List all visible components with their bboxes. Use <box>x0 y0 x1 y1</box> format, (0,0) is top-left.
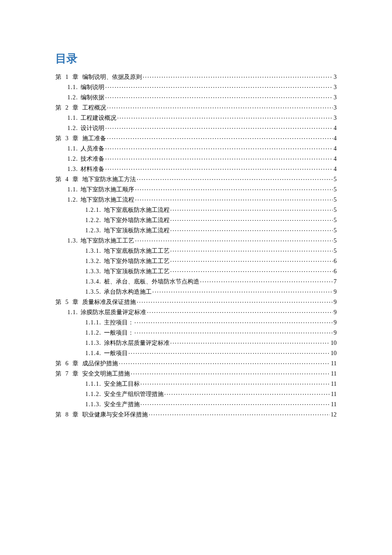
toc-entry-label: 第 7 章 <box>55 371 82 377</box>
toc-entry-title: 编制说明、依据及原则 <box>82 74 143 80</box>
toc-leader-dots <box>170 267 333 273</box>
toc-leader-dots <box>149 410 330 416</box>
toc-entry-page: 4 <box>333 156 337 162</box>
toc-entry-title: 安全生产组织管理措施 <box>104 391 164 397</box>
toc-entry: 1.1.2.一般项目：9 <box>55 329 337 339</box>
toc-entry-title: 地下室底板防水施工工艺 <box>104 248 170 254</box>
toc-entry-title: 安全生产措施 <box>104 402 141 408</box>
toc-entry-title: 承台防水构造施工 <box>104 289 153 295</box>
toc-entry: 1.1.人员准备4 <box>55 145 337 155</box>
toc-entry-label: 1.1. <box>67 146 81 152</box>
toc-entry-label: 1.1. <box>67 84 81 90</box>
toc-entry-page: 12 <box>330 412 337 418</box>
toc-entry: 1.3.3.地下室顶板防水施工工艺6 <box>55 267 337 278</box>
toc-entry: 第 7 章安全文明施工措施11 <box>55 370 337 380</box>
toc-entry-title: 人员准备 <box>81 146 105 152</box>
toc-entry: 1.3.材料准备4 <box>55 165 337 175</box>
toc-leader-dots <box>135 196 333 202</box>
toc-entry-label: 1.2. <box>67 197 81 203</box>
toc-leader-dots <box>135 318 333 324</box>
toc-entry: 1.2.1.地下室底板防水施工流程5 <box>55 206 337 216</box>
toc-entry-label: 第 6 章 <box>55 361 82 367</box>
toc-entry-title: 工程概况 <box>82 105 107 111</box>
toc-entry-label: 1.2.3. <box>85 228 104 234</box>
toc-entry-page: 3 <box>333 74 337 80</box>
toc-entry-page: 7 <box>333 279 337 285</box>
toc-entry-title: 安全文明施工措施 <box>82 371 131 377</box>
toc-entry-label: 1.1. <box>67 115 81 121</box>
toc-leader-dots <box>135 185 333 191</box>
toc-entry-page: 3 <box>333 115 337 121</box>
toc-entry-title: 编制依据 <box>81 95 105 101</box>
toc-entry: 第 1 章编制说明、依据及原则3 <box>55 73 337 83</box>
toc-entry-title: 地下室防水施工顺序 <box>81 187 135 193</box>
toc-leader-dots <box>170 216 333 222</box>
toc-entry-label: 1.1.1. <box>85 381 104 387</box>
toc-entry: 1.1.涂膜防水层质量评定标准9 <box>55 308 337 318</box>
toc-leader-dots <box>170 226 333 232</box>
toc-leader-dots <box>117 114 333 120</box>
toc-entry-page: 3 <box>333 105 337 111</box>
toc-entry: 1.2.编制依据3 <box>55 93 337 104</box>
toc-entry-title: 一般项目： <box>104 330 135 336</box>
toc-entry-label: 1.1. <box>67 187 81 193</box>
toc-leader-dots <box>153 288 333 294</box>
document-page: 目录 第 1 章编制说明、依据及原则31.1.编制说明31.2.编制依据3第 2… <box>0 0 392 555</box>
toc-entry-page: 9 <box>333 330 337 336</box>
toc-entry-label: 1.1.4. <box>85 350 104 356</box>
toc-entry: 1.3.2.地下室外墙防水施工工艺6 <box>55 257 337 267</box>
toc-entry: 1.2.地下室防水施工流程5 <box>55 196 337 206</box>
toc-entry-title: 桩、承台、底板、外墙防水节点构造 <box>104 279 200 285</box>
toc-entry-title: 设计说明 <box>81 125 105 131</box>
toc-entry-label: 第 5 章 <box>55 299 82 305</box>
toc-entry-title: 安全施工目标 <box>104 381 141 387</box>
toc-entry-label: 第 2 章 <box>55 105 82 111</box>
toc-entry-page: 4 <box>333 166 337 172</box>
toc-leader-dots <box>105 155 333 161</box>
toc-entry-title: 地下室底板防水施工流程 <box>104 207 170 213</box>
toc-entry-page: 4 <box>333 146 337 152</box>
toc-leader-dots <box>137 298 333 304</box>
toc-leader-dots <box>141 400 330 406</box>
toc-entry-label: 第 8 章 <box>55 412 82 418</box>
toc-entry-title: 地下室顶板防水施工流程 <box>104 228 170 234</box>
toc-entry-title: 施工准备 <box>82 136 107 142</box>
toc-entry-page: 11 <box>330 381 337 387</box>
toc-entry: 1.1.3.涂料防水层质量评定标准10 <box>55 339 337 349</box>
toc-entry-page: 5 <box>333 217 337 223</box>
toc-entry-title: 地下室外墙防水施工流程 <box>104 217 170 223</box>
toc-entry-page: 9 <box>333 299 337 305</box>
toc-entry-label: 1.3.4. <box>85 279 104 285</box>
toc-entry-title: 成品保护措施 <box>82 361 119 367</box>
toc-entry-label: 1.3. <box>67 238 81 244</box>
toc-entry-title: 地下室防水施工方法 <box>82 176 137 182</box>
toc-entry-title: 地下室外墙防水施工工艺 <box>104 258 170 264</box>
toc-entry-label: 1.3. <box>67 166 81 172</box>
toc-entry-page: 6 <box>333 269 337 275</box>
toc-entry: 第 6 章成品保护措施11 <box>55 359 337 370</box>
toc-leader-dots <box>135 329 333 335</box>
toc-leader-dots <box>170 339 330 345</box>
toc-entry: 1.1.4.一般项目10 <box>55 349 337 359</box>
toc-leader-dots <box>135 237 333 243</box>
toc-entry-page: 3 <box>333 84 337 90</box>
toc-entry-title: 涂膜防水层质量评定标准 <box>81 309 147 315</box>
toc-entry: 第 2 章工程概况3 <box>55 104 337 114</box>
toc-leader-dots <box>147 308 333 314</box>
toc-entry-page: 5 <box>333 176 337 182</box>
toc-entry-label: 1.1. <box>67 309 81 315</box>
toc-entry-label: 1.1.3. <box>85 402 104 408</box>
toc-entry-title: 一般项目 <box>104 350 129 356</box>
toc-entry-label: 第 4 章 <box>55 176 82 182</box>
toc-leader-dots <box>131 370 330 376</box>
toc-entry-title: 职业健康与安全环保措施 <box>82 412 149 418</box>
toc-entry: 1.2.技术准备4 <box>55 155 337 165</box>
toc-entry-page: 11 <box>330 371 337 377</box>
toc-leader-dots <box>105 124 333 130</box>
toc-entry: 1.1.编制说明3 <box>55 83 337 93</box>
toc-leader-dots <box>105 93 333 99</box>
toc-entry: 第 8 章职业健康与安全环保措施12 <box>55 410 337 421</box>
toc-entry-label: 第 3 章 <box>55 136 82 142</box>
toc-entry-title: 质量标准及保证措施 <box>82 299 137 305</box>
toc-entry-label: 1.1.3. <box>85 340 104 346</box>
